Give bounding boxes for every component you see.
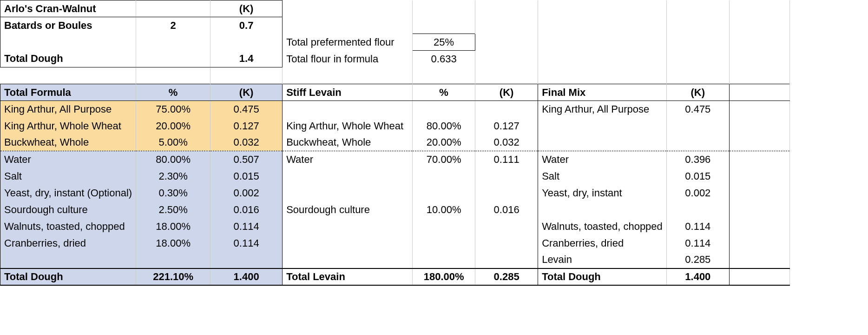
fm-k: 0.114 <box>666 218 729 235</box>
sl-k: 0.127 <box>475 118 538 134</box>
tf-total-label: Total Dough <box>0 268 136 285</box>
fm-name: Water <box>538 151 667 168</box>
tf-k: 0.114 <box>210 235 283 252</box>
tf-name: Buckwheat, Whole <box>0 134 136 151</box>
fm-k: 0.002 <box>666 185 729 201</box>
fm-name: Cranberries, dried <box>538 235 667 252</box>
stiff-levain-header: Stiff Levain <box>283 84 413 101</box>
total-dough-weight: 1.4 <box>210 51 283 67</box>
tf-pct: 75.00% <box>136 101 210 118</box>
tf-pct: 80.00% <box>136 151 210 168</box>
total-dough-label: Total Dough <box>0 51 136 67</box>
batards-weight: 0.7 <box>210 17 283 34</box>
fm-name: Levain <box>538 252 667 268</box>
fm-k: 0.396 <box>666 151 729 168</box>
tf-k: 0.032 <box>210 134 283 151</box>
fm-k: 0.015 <box>666 168 729 185</box>
sl-k: 0.016 <box>475 201 538 218</box>
tf-k: 0.016 <box>210 201 283 218</box>
tf-name: Yeast, dry, instant (Optional) <box>0 185 136 201</box>
tf-col-pct: % <box>136 84 210 101</box>
fm-k <box>666 118 729 134</box>
fm-name <box>538 134 667 151</box>
fm-name: Yeast, dry, instant <box>538 185 667 201</box>
fm-k: 0.114 <box>666 235 729 252</box>
fm-name: Walnuts, toasted, chopped <box>538 218 667 235</box>
sl-name: Buckwheat, Whole <box>283 134 413 151</box>
tpf-label: Total prefermented flour <box>283 34 413 51</box>
total-formula-header: Total Formula <box>0 84 136 101</box>
final-mix-header: Final Mix <box>538 84 667 101</box>
batards-label: Batards or Boules <box>0 17 136 34</box>
sl-pct <box>413 218 475 235</box>
fm-k <box>666 201 729 218</box>
sl-pct: 20.00% <box>413 134 475 151</box>
fm-total-label: Total Dough <box>538 268 667 285</box>
sl-name <box>283 101 413 118</box>
sl-pct: 10.00% <box>413 201 475 218</box>
sl-k <box>475 218 538 235</box>
sl-name: Water <box>283 151 413 168</box>
tf-name: Walnuts, toasted, chopped <box>0 218 136 235</box>
sl-k <box>475 235 538 252</box>
recipe-title: Arlo's Cran-Walnut <box>0 0 136 17</box>
tf-name: Salt <box>0 168 136 185</box>
sl-k <box>475 185 538 201</box>
tf-k: 0.002 <box>210 185 283 201</box>
sl-col-k: (K) <box>475 84 538 101</box>
tf-name: Cranberries, dried <box>0 235 136 252</box>
sl-name: King Arthur, Whole Wheat <box>283 118 413 134</box>
sl-pct <box>413 168 475 185</box>
sl-total-pct: 180.00% <box>413 268 475 285</box>
sl-pct: 80.00% <box>413 118 475 134</box>
sl-pct: 70.00% <box>413 151 475 168</box>
fm-col-k: (K) <box>666 84 729 101</box>
sl-name <box>283 235 413 252</box>
sl-total-label: Total Levain <box>283 268 413 285</box>
batards-qty: 2 <box>136 17 210 34</box>
sl-name <box>283 185 413 201</box>
sl-col-pct: % <box>413 84 475 101</box>
tf-k: 0.475 <box>210 101 283 118</box>
tf-total-k: 1.400 <box>210 268 283 285</box>
tf-name: Sourdough culture <box>0 201 136 218</box>
tf-name: Water <box>0 151 136 168</box>
sl-name <box>283 218 413 235</box>
sl-pct <box>413 185 475 201</box>
tf-name: King Arthur, All Purpose <box>0 101 136 118</box>
fm-k: 0.475 <box>666 101 729 118</box>
recipe-spreadsheet: Arlo's Cran-Walnut (K) Batards or Boules… <box>0 0 790 286</box>
tf-col-k: (K) <box>210 84 283 101</box>
tpf-value: 25% <box>413 34 475 51</box>
sl-name: Sourdough culture <box>283 201 413 218</box>
fm-name: Salt <box>538 168 667 185</box>
sl-k: 0.032 <box>475 134 538 151</box>
sl-pct <box>413 235 475 252</box>
tf-k: 0.127 <box>210 118 283 134</box>
sl-name <box>283 168 413 185</box>
tf-k: 0.114 <box>210 218 283 235</box>
sl-pct <box>413 101 475 118</box>
tf-total-pct: 221.10% <box>136 268 210 285</box>
fm-name: King Arthur, All Purpose <box>538 101 667 118</box>
fm-k: 0.285 <box>666 252 729 268</box>
tfif-label: Total flour in formula <box>283 51 413 67</box>
sl-total-k: 0.285 <box>475 268 538 285</box>
tf-k: 0.015 <box>210 168 283 185</box>
tf-pct: 18.00% <box>136 235 210 252</box>
sl-k: 0.111 <box>475 151 538 168</box>
tf-k: 0.507 <box>210 151 283 168</box>
sl-k <box>475 168 538 185</box>
tf-pct: 20.00% <box>136 118 210 134</box>
sl-k <box>475 101 538 118</box>
tf-pct: 18.00% <box>136 218 210 235</box>
fm-total-k: 1.400 <box>666 268 729 285</box>
unit-label: (K) <box>210 0 283 17</box>
tf-pct: 2.30% <box>136 168 210 185</box>
tf-name: King Arthur, Whole Wheat <box>0 118 136 134</box>
tf-pct: 0.30% <box>136 185 210 201</box>
fm-name <box>538 118 667 134</box>
tf-pct: 2.50% <box>136 201 210 218</box>
fm-k <box>666 134 729 151</box>
tf-pct: 5.00% <box>136 134 210 151</box>
